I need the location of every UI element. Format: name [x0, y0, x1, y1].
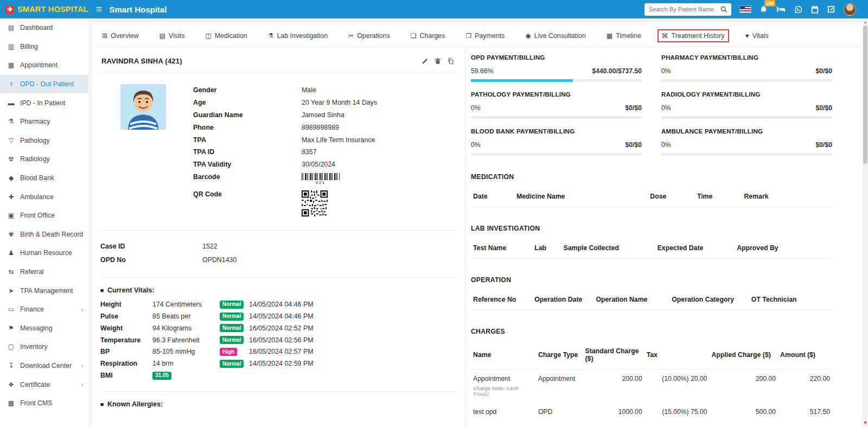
- tab-operations[interactable]: ✂Operations: [344, 29, 394, 42]
- tab-label: Live Consultation: [534, 32, 586, 40]
- sidebar-item-tpa-management[interactable]: ➤TPA Management: [0, 281, 88, 300]
- tab-treatment-history[interactable]: ⌘Treatment History: [658, 29, 729, 42]
- ambulance-icon: ✚: [7, 193, 15, 201]
- column-header-sample-collected: Sample Collected: [561, 238, 655, 259]
- vital-datetime: 16/05/2024 02:56 PM: [249, 336, 314, 344]
- appointment-icon: ▦: [7, 61, 15, 69]
- sidebar-item-label: Billing: [20, 43, 38, 50]
- search-input[interactable]: [649, 6, 718, 12]
- tasks-icon[interactable]: [827, 5, 835, 13]
- field-label: Guardian Name: [193, 111, 302, 119]
- sidebar-item-certificate[interactable]: ❖Certificate‹: [0, 375, 88, 394]
- search-icon[interactable]: [720, 6, 727, 12]
- sidebar-item-pharmacy[interactable]: ⚗Pharmacy: [0, 112, 88, 131]
- sidebar-item-label: Certificate: [20, 381, 50, 388]
- tab-payments[interactable]: ❒Payments: [461, 29, 509, 42]
- sidebar-item-ambulance[interactable]: ✚Ambulance: [0, 187, 88, 206]
- vital-label: BP: [100, 348, 152, 355]
- copy-icon[interactable]: [448, 58, 454, 65]
- billing-card-title: OPD PAYMENT/BILLING: [471, 54, 642, 61]
- tab-label: Overview: [111, 32, 139, 40]
- sidebar-item-front-office[interactable]: ▣Front Office: [0, 206, 88, 225]
- vital-status: High: [220, 348, 249, 356]
- vital-label: Temperature: [100, 336, 152, 344]
- field-label: Gender: [193, 86, 302, 94]
- sidebar-item-label: IPD - In Patient: [20, 99, 65, 107]
- tab-overview[interactable]: ⊞Overview: [98, 29, 143, 42]
- vital-value: 94 Kilograms: [152, 324, 220, 332]
- sidebar-toggle-icon[interactable]: ≡: [96, 4, 102, 14]
- beds-icon[interactable]: [776, 5, 786, 13]
- charge-name-text: test opd: [473, 408, 534, 416]
- tab-visits[interactable]: ▤Visits: [155, 29, 189, 42]
- known-allergies-title: ◆ Known Allergies:: [100, 400, 457, 412]
- notifications-bell-icon[interactable]: 188: [760, 5, 768, 14]
- barcode-image: 421: [302, 173, 340, 185]
- tab-label: Medication: [215, 32, 247, 40]
- radiology-icon: ☢: [7, 155, 15, 163]
- tag-icon: ◆: [99, 287, 105, 294]
- sidebar-item-radiology[interactable]: ☢Radiology: [0, 150, 88, 169]
- user-avatar[interactable]: [844, 3, 856, 16]
- tab-medication[interactable]: ◫Medication: [201, 29, 251, 42]
- sidebar-item-front-cms[interactable]: ▩Front CMS: [0, 394, 88, 413]
- scroll-up-arrow[interactable]: ▲: [864, 18, 867, 24]
- scrollbar-thumb[interactable]: [863, 26, 867, 164]
- sidebar-item-messaging[interactable]: ⚑Messaging: [0, 319, 88, 338]
- sidebar-item-human-resource[interactable]: ♟Human Resource: [0, 244, 88, 263]
- sidebar-item-referral[interactable]: ⇆Referral: [0, 263, 88, 282]
- sidebar-item-finance[interactable]: ▭Finance‹: [0, 300, 88, 319]
- sidebar-item-label: Birth & Death Record: [20, 231, 83, 238]
- sidebar-item-inventory[interactable]: ▢Inventory: [0, 337, 88, 356]
- sidebar-item-blood-bank[interactable]: ◆Blood Bank: [0, 169, 88, 188]
- charges-header-row: NameCharge TypeStandard Charge ($)TaxApp…: [471, 341, 832, 369]
- billing-percent: 0%: [661, 67, 671, 75]
- treatment-history-icon: ⌘: [662, 32, 668, 40]
- column-header-approved-by: Approved By: [735, 238, 832, 259]
- vital-value: 96.3 Fahrenheit: [152, 336, 220, 344]
- sidebar-item-label: Front CMS: [20, 399, 52, 407]
- scroll-down-arrow[interactable]: ▼: [863, 419, 868, 427]
- billing-card-title: BLOOD BANK PAYMENT/BILLING: [471, 128, 642, 135]
- scrollbar[interactable]: ▲ ▼: [863, 18, 868, 427]
- sidebar-item-label: Finance: [20, 305, 44, 313]
- tab-timeline[interactable]: ▦Timeline: [602, 29, 646, 42]
- human-resource-icon: ♟: [7, 249, 15, 257]
- sidebar-item-pathology[interactable]: ▽Pathology: [0, 131, 88, 150]
- sidebar-item-label: Messaging: [20, 324, 52, 332]
- progress-bar: [471, 116, 642, 119]
- operation-table: Reference NoOperation DateOperation Name…: [471, 289, 832, 310]
- sidebar-item-opd-out-patient[interactable]: ⚕OPD - Out Patient: [0, 75, 88, 94]
- tpa-icon: ➤: [7, 287, 15, 295]
- calendar-icon[interactable]: [811, 5, 819, 14]
- tab-lab-investigation[interactable]: ⚗Lab Investigation: [264, 29, 332, 42]
- billing-amount: $0/$0: [816, 67, 833, 75]
- patient-name: RAVINDRA SINHA (421): [101, 57, 182, 65]
- inventory-icon: ▢: [7, 343, 15, 350]
- tab-charges[interactable]: ❏Charges: [406, 29, 450, 42]
- vital-value: 31.05: [152, 371, 220, 380]
- operation-title: OPERATION: [471, 276, 832, 284]
- us-flag-icon[interactable]: [740, 6, 751, 12]
- sidebar-item-ipd-in-patient[interactable]: ▬IPD - In Patient: [0, 93, 88, 112]
- patient-search-box[interactable]: [644, 3, 731, 16]
- progress-bar: [661, 116, 832, 119]
- sidebar-item-appointment[interactable]: ▦Appointment: [0, 56, 88, 75]
- billing-icon: ▥: [7, 43, 15, 50]
- whatsapp-icon[interactable]: [794, 5, 802, 14]
- sidebar-item-dashboard[interactable]: ▤Dashboard: [0, 18, 88, 37]
- billing-percent: 59.66%: [471, 67, 493, 75]
- sidebar-item-billing[interactable]: ▥Billing: [0, 37, 88, 56]
- tab-label: Visits: [169, 32, 184, 40]
- charge-row-appointment: AppointmentCharge Note: AJAY TYAGIAppoin…: [471, 369, 832, 403]
- edit-icon[interactable]: [422, 58, 428, 65]
- app-logo[interactable]: ✚ SMART HOSPITAL: [0, 0, 88, 18]
- sidebar-item-download-center[interactable]: ↧Download Center‹: [0, 356, 88, 375]
- vital-datetime: 14/05/2024 02:59 PM: [249, 360, 314, 367]
- sidebar-item-birth-death-record[interactable]: ✾Birth & Death Record‹: [0, 225, 88, 244]
- case-id-label: Case ID: [100, 243, 202, 250]
- dashboard-icon: ▤: [7, 24, 15, 31]
- tab-live-consultation[interactable]: ◉Live Consultation: [521, 29, 590, 42]
- tab-vitals[interactable]: ♥Vitals: [741, 29, 773, 42]
- delete-icon[interactable]: [435, 58, 441, 65]
